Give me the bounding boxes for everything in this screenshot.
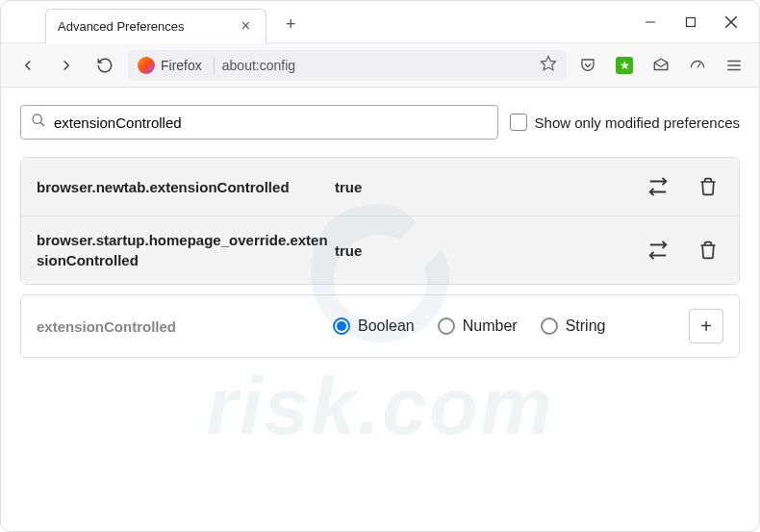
- toggle-button[interactable]: [643, 171, 673, 202]
- url-identity: Firefox: [138, 57, 215, 74]
- preference-results: browser.newtab.extensionControlled true …: [20, 157, 740, 285]
- extension-icon[interactable]: ★: [611, 52, 638, 79]
- checkbox-label-text: Show only modified preferences: [535, 114, 740, 131]
- add-button[interactable]: +: [689, 309, 723, 343]
- new-tab-button[interactable]: +: [278, 11, 304, 38]
- url-brand-label: Firefox: [161, 58, 202, 73]
- svg-rect-1: [687, 17, 696, 26]
- tab-title: Advanced Preferences: [58, 19, 185, 34]
- radio-label: Boolean: [358, 317, 415, 335]
- inbox-icon[interactable]: [647, 52, 674, 79]
- delete-button[interactable]: [693, 171, 723, 202]
- url-bar[interactable]: Firefox about:config: [128, 50, 567, 81]
- search-icon: [31, 113, 46, 132]
- back-button[interactable]: [13, 50, 43, 81]
- firefox-logo-icon: [138, 57, 155, 74]
- close-window-button[interactable]: [722, 13, 740, 31]
- radio-icon[interactable]: [438, 317, 455, 335]
- svg-line-5: [697, 63, 700, 67]
- modified-only-option[interactable]: Show only modified preferences: [510, 114, 740, 131]
- maximize-button[interactable]: [682, 13, 699, 31]
- delete-button[interactable]: [693, 235, 723, 266]
- minimize-button[interactable]: [642, 13, 659, 31]
- search-input[interactable]: [54, 114, 488, 131]
- toolbar-right-icons: ★: [574, 52, 747, 79]
- close-tab-icon[interactable]: ×: [238, 15, 254, 37]
- preference-row: browser.startup.homepage_override.extens…: [21, 216, 739, 284]
- preference-row: browser.newtab.extensionControlled true: [21, 158, 739, 216]
- about-config-content: Show only modified preferences browser.n…: [1, 105, 759, 358]
- preference-value: true: [335, 179, 643, 195]
- pocket-icon[interactable]: [574, 52, 601, 79]
- forward-button[interactable]: [51, 50, 82, 81]
- browser-tab[interactable]: Advanced Preferences ×: [45, 9, 266, 43]
- type-option-boolean[interactable]: Boolean: [333, 317, 415, 335]
- bookmark-star-icon[interactable]: [540, 55, 557, 75]
- radio-label: Number: [463, 317, 518, 335]
- row-actions: [643, 171, 723, 202]
- svg-line-10: [40, 122, 44, 126]
- row-actions: [643, 235, 723, 266]
- search-row: Show only modified preferences: [20, 105, 740, 139]
- title-bar: Advanced Preferences × +: [1, 1, 759, 43]
- new-preference-name: extensionControlled: [37, 318, 316, 335]
- radio-icon[interactable]: [541, 317, 558, 335]
- menu-icon[interactable]: [721, 52, 747, 79]
- watermark-text: risk.com: [206, 359, 554, 452]
- type-option-number[interactable]: Number: [438, 317, 518, 335]
- preference-name: browser.startup.homepage_override.extens…: [37, 230, 335, 270]
- svg-marker-4: [542, 57, 556, 70]
- radio-icon[interactable]: [333, 317, 350, 335]
- speed-icon[interactable]: [684, 52, 711, 79]
- preference-name: browser.newtab.extensionControlled: [37, 177, 335, 197]
- browser-toolbar: Firefox about:config ★: [1, 43, 759, 88]
- toggle-button[interactable]: [643, 235, 673, 266]
- checkbox-icon[interactable]: [510, 114, 527, 131]
- window-controls: [642, 13, 740, 31]
- type-radio-group: Boolean Number String: [333, 317, 671, 335]
- preference-value: true: [335, 242, 643, 259]
- url-text: about:config: [222, 58, 295, 73]
- radio-label: String: [566, 317, 606, 335]
- new-preference-row: extensionControlled Boolean Number Strin…: [20, 294, 740, 358]
- type-option-string[interactable]: String: [541, 317, 606, 335]
- svg-point-9: [33, 114, 41, 123]
- reload-button[interactable]: [89, 50, 120, 81]
- search-box[interactable]: [20, 105, 498, 139]
